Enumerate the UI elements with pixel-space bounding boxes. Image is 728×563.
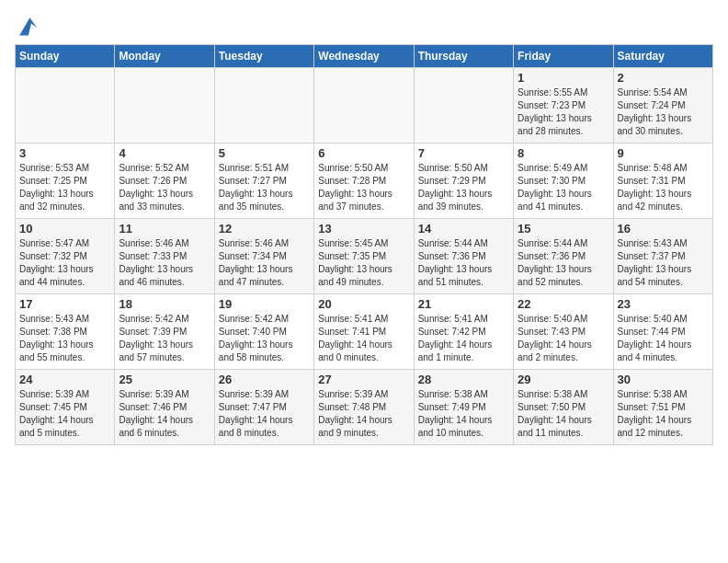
calendar-cell: 4Sunrise: 5:52 AM Sunset: 7:26 PM Daylig…: [115, 144, 214, 219]
day-number: 3: [19, 146, 110, 160]
calendar-cell: 30Sunrise: 5:38 AM Sunset: 7:51 PM Dayli…: [613, 370, 712, 445]
day-info: Sunrise: 5:50 AM Sunset: 7:28 PM Dayligh…: [318, 162, 409, 213]
calendar-cell: 21Sunrise: 5:41 AM Sunset: 7:42 PM Dayli…: [414, 294, 513, 370]
calendar-cell: 25Sunrise: 5:39 AM Sunset: 7:46 PM Dayli…: [115, 370, 214, 445]
calendar-cell: 26Sunrise: 5:39 AM Sunset: 7:47 PM Dayli…: [214, 370, 313, 445]
calendar-cell: [314, 68, 414, 144]
day-number: 17: [19, 297, 110, 311]
calendar-cell: 23Sunrise: 5:40 AM Sunset: 7:44 PM Dayli…: [613, 294, 712, 370]
day-number: 22: [518, 297, 609, 311]
calendar-cell: 14Sunrise: 5:44 AM Sunset: 7:36 PM Dayli…: [414, 219, 513, 294]
calendar-week-row: 24Sunrise: 5:39 AM Sunset: 7:45 PM Dayli…: [16, 370, 713, 445]
calendar-week-row: 1Sunrise: 5:55 AM Sunset: 7:23 PM Daylig…: [16, 68, 713, 144]
calendar-cell: 20Sunrise: 5:41 AM Sunset: 7:41 PM Dayli…: [314, 294, 414, 370]
day-number: 18: [119, 297, 210, 311]
weekday-header: Saturday: [613, 45, 712, 68]
day-info: Sunrise: 5:46 AM Sunset: 7:33 PM Dayligh…: [119, 237, 210, 289]
calendar-cell: 13Sunrise: 5:45 AM Sunset: 7:35 PM Dayli…: [314, 219, 414, 294]
logo-icon: [17, 15, 39, 37]
day-number: 12: [219, 222, 310, 236]
day-number: 2: [618, 71, 709, 85]
day-info: Sunrise: 5:40 AM Sunset: 7:44 PM Dayligh…: [618, 313, 709, 364]
day-number: 29: [518, 373, 609, 386]
day-info: Sunrise: 5:52 AM Sunset: 7:26 PM Dayligh…: [119, 162, 210, 213]
day-info: Sunrise: 5:46 AM Sunset: 7:34 PM Dayligh…: [219, 237, 310, 289]
calendar-cell: [414, 68, 513, 144]
calendar-cell: 7Sunrise: 5:50 AM Sunset: 7:29 PM Daylig…: [414, 144, 513, 219]
page-header: [15, 15, 713, 37]
day-number: 28: [418, 373, 509, 386]
day-info: Sunrise: 5:49 AM Sunset: 7:30 PM Dayligh…: [518, 162, 609, 213]
weekday-header: Wednesday: [314, 45, 414, 68]
weekday-header: Thursday: [414, 45, 513, 68]
calendar-cell: 11Sunrise: 5:46 AM Sunset: 7:33 PM Dayli…: [115, 219, 214, 294]
day-info: Sunrise: 5:54 AM Sunset: 7:24 PM Dayligh…: [618, 86, 709, 138]
day-number: 24: [19, 373, 110, 386]
calendar-cell: [115, 68, 214, 144]
day-number: 8: [518, 146, 609, 160]
day-info: Sunrise: 5:45 AM Sunset: 7:35 PM Dayligh…: [318, 237, 409, 289]
calendar-cell: 9Sunrise: 5:48 AM Sunset: 7:31 PM Daylig…: [613, 144, 712, 219]
calendar-cell: 17Sunrise: 5:43 AM Sunset: 7:38 PM Dayli…: [16, 294, 115, 370]
day-info: Sunrise: 5:39 AM Sunset: 7:47 PM Dayligh…: [219, 388, 310, 440]
svg-marker-0: [19, 17, 37, 35]
day-number: 10: [19, 222, 110, 236]
weekday-header: Friday: [514, 45, 613, 68]
day-info: Sunrise: 5:50 AM Sunset: 7:29 PM Dayligh…: [418, 162, 509, 213]
day-info: Sunrise: 5:39 AM Sunset: 7:45 PM Dayligh…: [19, 388, 110, 440]
day-info: Sunrise: 5:41 AM Sunset: 7:42 PM Dayligh…: [418, 313, 509, 364]
calendar-cell: 5Sunrise: 5:51 AM Sunset: 7:27 PM Daylig…: [214, 144, 313, 219]
calendar-cell: 15Sunrise: 5:44 AM Sunset: 7:36 PM Dayli…: [514, 219, 613, 294]
weekday-header: Sunday: [16, 45, 115, 68]
day-info: Sunrise: 5:39 AM Sunset: 7:46 PM Dayligh…: [119, 388, 210, 440]
calendar-week-row: 17Sunrise: 5:43 AM Sunset: 7:38 PM Dayli…: [16, 294, 713, 370]
day-number: 25: [119, 373, 210, 386]
day-number: 26: [219, 373, 310, 386]
day-info: Sunrise: 5:38 AM Sunset: 7:51 PM Dayligh…: [618, 388, 709, 440]
calendar-cell: 2Sunrise: 5:54 AM Sunset: 7:24 PM Daylig…: [613, 68, 712, 144]
day-number: 15: [518, 222, 609, 236]
day-number: 20: [318, 297, 409, 311]
day-info: Sunrise: 5:42 AM Sunset: 7:39 PM Dayligh…: [119, 313, 210, 364]
day-info: Sunrise: 5:38 AM Sunset: 7:49 PM Dayligh…: [418, 388, 509, 440]
day-info: Sunrise: 5:55 AM Sunset: 7:23 PM Dayligh…: [518, 86, 609, 138]
day-number: 16: [618, 222, 709, 236]
calendar-header-row: SundayMondayTuesdayWednesdayThursdayFrid…: [16, 45, 713, 68]
day-number: 30: [618, 373, 709, 386]
calendar-cell: 8Sunrise: 5:49 AM Sunset: 7:30 PM Daylig…: [514, 144, 613, 219]
day-info: Sunrise: 5:38 AM Sunset: 7:50 PM Dayligh…: [518, 388, 609, 440]
weekday-header: Tuesday: [214, 45, 313, 68]
day-info: Sunrise: 5:44 AM Sunset: 7:36 PM Dayligh…: [518, 237, 609, 289]
calendar-cell: 3Sunrise: 5:53 AM Sunset: 7:25 PM Daylig…: [16, 144, 115, 219]
day-info: Sunrise: 5:47 AM Sunset: 7:32 PM Dayligh…: [19, 237, 110, 289]
day-info: Sunrise: 5:40 AM Sunset: 7:43 PM Dayligh…: [518, 313, 609, 364]
day-info: Sunrise: 5:44 AM Sunset: 7:36 PM Dayligh…: [418, 237, 509, 289]
calendar-week-row: 3Sunrise: 5:53 AM Sunset: 7:25 PM Daylig…: [16, 144, 713, 219]
calendar-cell: [16, 68, 115, 144]
day-number: 23: [618, 297, 709, 311]
calendar-cell: 6Sunrise: 5:50 AM Sunset: 7:28 PM Daylig…: [314, 144, 414, 219]
day-info: Sunrise: 5:41 AM Sunset: 7:41 PM Dayligh…: [318, 313, 409, 364]
calendar-cell: 22Sunrise: 5:40 AM Sunset: 7:43 PM Dayli…: [514, 294, 613, 370]
day-number: 4: [119, 146, 210, 160]
weekday-header: Monday: [115, 45, 214, 68]
day-number: 11: [119, 222, 210, 236]
day-number: 7: [418, 146, 509, 160]
day-info: Sunrise: 5:39 AM Sunset: 7:48 PM Dayligh…: [318, 388, 409, 440]
day-number: 21: [418, 297, 509, 311]
day-number: 14: [418, 222, 509, 236]
logo: [15, 18, 39, 37]
day-info: Sunrise: 5:42 AM Sunset: 7:40 PM Dayligh…: [219, 313, 310, 364]
day-info: Sunrise: 5:48 AM Sunset: 7:31 PM Dayligh…: [618, 162, 709, 213]
day-info: Sunrise: 5:53 AM Sunset: 7:25 PM Dayligh…: [19, 162, 110, 213]
calendar-week-row: 10Sunrise: 5:47 AM Sunset: 7:32 PM Dayli…: [16, 219, 713, 294]
calendar-table: SundayMondayTuesdayWednesdayThursdayFrid…: [15, 44, 713, 445]
day-number: 13: [318, 222, 409, 236]
day-info: Sunrise: 5:43 AM Sunset: 7:37 PM Dayligh…: [618, 237, 709, 289]
calendar-cell: 28Sunrise: 5:38 AM Sunset: 7:49 PM Dayli…: [414, 370, 513, 445]
calendar-cell: 27Sunrise: 5:39 AM Sunset: 7:48 PM Dayli…: [314, 370, 414, 445]
day-info: Sunrise: 5:43 AM Sunset: 7:38 PM Dayligh…: [19, 313, 110, 364]
day-number: 6: [318, 146, 409, 160]
day-number: 1: [518, 71, 609, 85]
calendar-cell: 18Sunrise: 5:42 AM Sunset: 7:39 PM Dayli…: [115, 294, 214, 370]
